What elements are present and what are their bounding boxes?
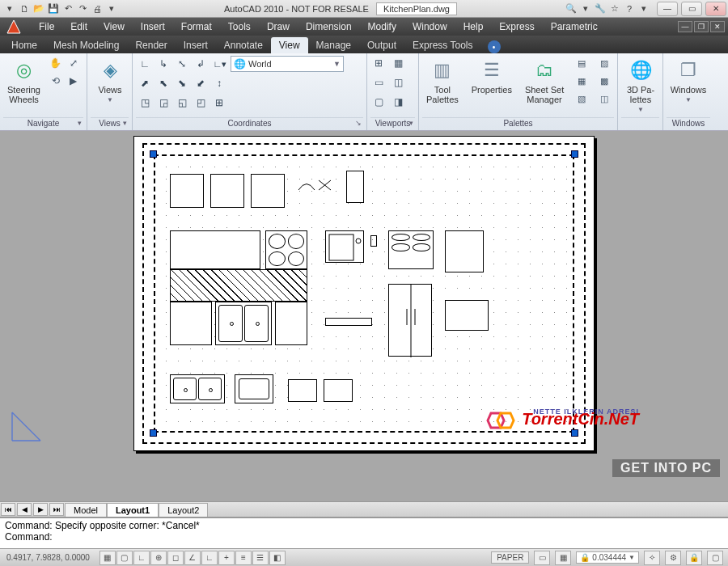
menu-help[interactable]: Help	[455, 19, 492, 35]
save-icon[interactable]: 💾	[47, 2, 60, 15]
workspace-switch-icon[interactable]: ⚙	[665, 551, 681, 565]
tab-next-icon[interactable]: ▶	[33, 503, 48, 516]
print-icon[interactable]: 🖨	[91, 2, 104, 15]
redo-icon[interactable]: ↷	[76, 2, 89, 15]
ucs-icon-3[interactable]: ⤡	[173, 55, 191, 73]
ucs-icon-2[interactable]: ↳	[154, 55, 172, 73]
grid-toggle-icon[interactable]: ▢	[116, 551, 133, 565]
qat-dropdown-icon[interactable]: ▾	[105, 2, 118, 15]
tool-palettes-button[interactable]: ▥ Tool Palettes	[422, 55, 463, 107]
windows-button[interactable]: ❐ Windows ▼	[667, 55, 710, 106]
undo-icon[interactable]: ↶	[61, 2, 74, 15]
ortho-toggle-icon[interactable]: ∟	[133, 551, 150, 565]
tab-mesh-modeling[interactable]: Mesh Modeling	[45, 37, 127, 53]
ucs-icon-1[interactable]: ∟	[136, 55, 154, 73]
ribbon-help-icon[interactable]: •	[488, 40, 501, 53]
ucs-icon-4[interactable]: ↲	[192, 55, 210, 73]
palette-btn-5[interactable]: ▩	[595, 73, 613, 89]
viewport-restore-icon[interactable]: ◫	[390, 74, 406, 91]
ucs-set-icon-2[interactable]: ⬉	[154, 74, 172, 92]
tab-insert[interactable]: Insert	[176, 37, 216, 53]
annotation-scale[interactable]: 🔒 0.034444 ▼	[576, 551, 639, 564]
app-menu-dropdown-icon[interactable]: ▾	[3, 2, 16, 15]
dyn-toggle-icon[interactable]: +	[218, 551, 235, 565]
viewport-grip[interactable]	[571, 150, 578, 158]
tab-layout2[interactable]: Layout2	[159, 503, 208, 517]
menu-view[interactable]: View	[95, 19, 133, 35]
tab-prev-icon[interactable]: ◀	[17, 503, 32, 516]
palette-btn-3[interactable]: ▧	[573, 91, 590, 107]
osnap-toggle-icon[interactable]: ◻	[167, 551, 184, 565]
annotation-visibility-icon[interactable]: ✧	[644, 551, 660, 565]
tab-home[interactable]: Home	[3, 37, 45, 53]
minimize-button[interactable]: —	[657, 2, 678, 16]
ucs-name-combo[interactable]: 🌐 World ▼	[231, 56, 344, 72]
viewport-join-icon[interactable]: ▭	[370, 74, 387, 91]
panel-dialog-icon[interactable]: ↘	[355, 119, 362, 127]
app-logo-icon[interactable]	[0, 18, 31, 36]
polar-toggle-icon[interactable]: ⊕	[150, 551, 167, 565]
viewport-grip[interactable]	[150, 429, 157, 437]
close-button[interactable]: ✕	[705, 2, 726, 16]
panel-expand-icon[interactable]: ▾	[78, 119, 82, 127]
sc-toggle-icon[interactable]: ◧	[269, 551, 286, 565]
orbit-icon[interactable]: ⟲	[48, 73, 64, 89]
quickview-drawings-icon[interactable]: ▦	[555, 551, 571, 565]
ucs-set-icon-10[interactable]: ⊞	[210, 94, 228, 112]
tab-view[interactable]: View	[271, 37, 308, 53]
viewport-grip[interactable]	[571, 429, 578, 437]
tab-model[interactable]: Model	[65, 503, 107, 517]
menu-file[interactable]: File	[31, 19, 62, 35]
viewport-grip[interactable]	[150, 150, 157, 158]
ucs-set-icon-8[interactable]: ◱	[173, 94, 191, 112]
search-menu-icon[interactable]: ▾	[579, 2, 592, 15]
snap-toggle-icon[interactable]: ▦	[99, 551, 116, 565]
threed-palettes-button[interactable]: 🌐 3D Pa- lettes ▼	[621, 55, 660, 116]
ucs-set-icon-9[interactable]: ◰	[192, 94, 210, 112]
menu-edit[interactable]: Edit	[62, 19, 95, 35]
pan-icon[interactable]: ✋	[48, 55, 64, 71]
tab-express-tools[interactable]: Express Tools	[404, 37, 480, 53]
quickview-layouts-icon[interactable]: ▭	[534, 551, 550, 565]
palette-btn-4[interactable]: ▨	[595, 55, 613, 71]
ucs-set-icon-3[interactable]: ⬊	[173, 74, 191, 92]
qp-toggle-icon[interactable]: ☰	[252, 551, 269, 565]
ucs-set-icon-7[interactable]: ◲	[154, 94, 172, 112]
viewport-single-icon[interactable]: ▢	[370, 94, 387, 110]
tab-output[interactable]: Output	[359, 37, 404, 53]
panel-expand-icon[interactable]: ▾	[409, 119, 413, 127]
ucs-set-icon-5[interactable]: ↕	[210, 74, 228, 92]
tab-first-icon[interactable]: ⏮	[1, 503, 15, 516]
tools-icon[interactable]: 🔧	[594, 2, 607, 15]
tab-layout1[interactable]: Layout1	[107, 503, 159, 517]
palette-btn-1[interactable]: ▤	[573, 55, 590, 71]
search-icon[interactable]: 🔍	[565, 2, 578, 15]
tab-last-icon[interactable]: ⏭	[49, 503, 64, 516]
otrack-toggle-icon[interactable]: ∠	[184, 551, 201, 565]
tab-annotate[interactable]: Annotate	[216, 37, 271, 53]
open-file-icon[interactable]: 📂	[32, 2, 45, 15]
palette-btn-6[interactable]: ◫	[595, 91, 613, 107]
maximize-button[interactable]: ▭	[681, 2, 702, 16]
zoom-extents-icon[interactable]: ⤢	[66, 55, 82, 71]
model-paper-toggle[interactable]: PAPER	[491, 551, 529, 564]
menu-dimension[interactable]: Dimension	[298, 19, 360, 35]
clean-screen-icon[interactable]: ▢	[707, 551, 723, 565]
sheet-set-button[interactable]: 🗂 Sheet Set Manager	[521, 55, 568, 107]
drawing-area[interactable]: NETTE ILKLERIN ADRESI TorrentCin.NeT GET…	[0, 131, 728, 501]
viewport-named-icon[interactable]: ▦	[390, 55, 406, 71]
menu-tools[interactable]: Tools	[220, 19, 259, 35]
menu-insert[interactable]: Insert	[133, 19, 173, 35]
tab-manage[interactable]: Manage	[308, 37, 359, 53]
viewport-config-icon[interactable]: ⊞	[370, 55, 387, 71]
layout-viewport[interactable]	[154, 154, 574, 433]
steering-wheels-button[interactable]: ◎ Steering Wheels	[3, 55, 44, 107]
doc-minimize-button[interactable]: —	[678, 21, 692, 32]
menu-modify[interactable]: Modify	[360, 19, 404, 35]
command-window[interactable]: Command: Specify opposite corner: *Cance…	[0, 517, 728, 548]
ducs-toggle-icon[interactable]: ∟	[201, 551, 218, 565]
ucs-set-icon-1[interactable]: ⬈	[136, 74, 154, 92]
help-icon[interactable]: ?	[623, 2, 636, 15]
menu-express[interactable]: Express	[491, 19, 542, 35]
toolbar-lock-icon[interactable]: 🔒	[686, 551, 702, 565]
